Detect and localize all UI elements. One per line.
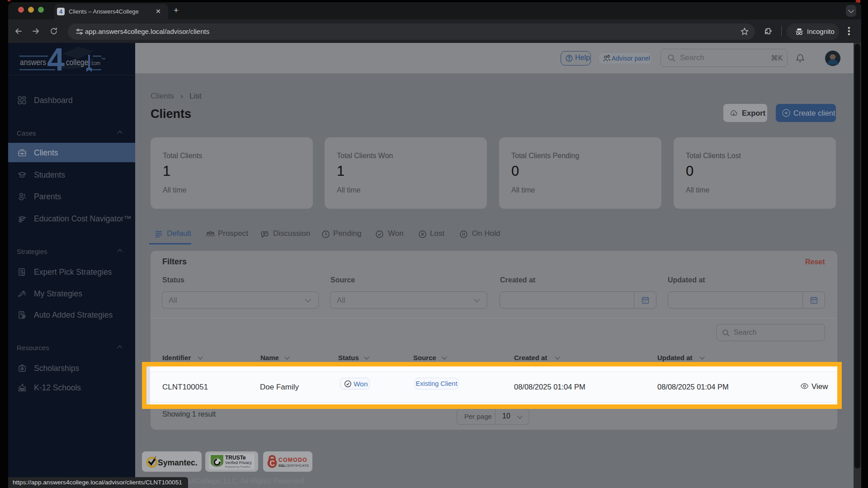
svg-text:4: 4	[47, 46, 65, 74]
svg-text:Powered by TrustArc: Powered by TrustArc	[225, 465, 250, 468]
svg-text:TRUSTe: TRUSTe	[225, 455, 246, 461]
svg-text:Symantec.: Symantec.	[158, 458, 198, 467]
svg-text:college: college	[66, 57, 88, 67]
svg-text:Verified Privacy: Verified Privacy	[225, 460, 252, 465]
svg-text:answers: answers	[20, 57, 46, 67]
svg-text:SSLCERTIFICATE: SSLCERTIFICATE	[278, 464, 309, 468]
svg-text:COMODO: COMODO	[278, 457, 307, 463]
svg-text:.com: .com	[90, 60, 100, 66]
svg-text:TM: TM	[101, 57, 105, 60]
svg-text:C: C	[270, 460, 275, 467]
